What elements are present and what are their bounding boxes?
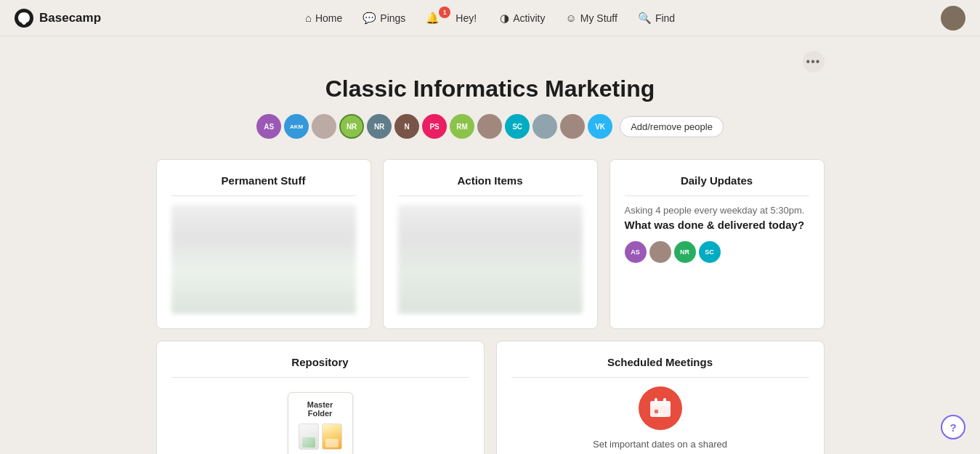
avatar-PS[interactable]: PS — [422, 114, 447, 139]
master-folder[interactable]: Master Folder — [288, 392, 353, 454]
avatar-RM[interactable]: RM — [450, 114, 474, 139]
meetings-description: Set important dates on a shared — [511, 439, 809, 450]
user-avatar[interactable] — [941, 6, 965, 31]
avatar-NR1[interactable]: NR — [339, 114, 364, 139]
du-avatar-SC[interactable]: SC — [699, 241, 721, 263]
nav-pings[interactable]: 💬 Pings — [354, 7, 414, 29]
navbar: Basecamp ⌂ Home 💬 Pings 🔔 1 Hey! ◑ Activ… — [0, 0, 980, 36]
avatar-N[interactable]: N — [394, 114, 419, 139]
avatar-AS[interactable]: AS — [256, 114, 281, 139]
permanent-stuff-content — [171, 205, 356, 314]
hey-icon: 🔔 — [426, 12, 440, 25]
du-avatar-photo[interactable] — [649, 241, 671, 263]
action-items-card: Action Items — [383, 159, 598, 329]
du-avatar-NR[interactable]: NR — [674, 241, 696, 263]
help-button[interactable]: ? — [941, 415, 965, 439]
mystuff-icon: ☺ — [565, 12, 576, 24]
nav-home[interactable]: ⌂ Home — [296, 7, 351, 28]
action-items-content — [398, 205, 583, 314]
action-items-title: Action Items — [398, 174, 583, 196]
avatar-photo3[interactable] — [532, 114, 557, 139]
daily-updates-avatars: AS NR SC — [625, 241, 809, 263]
repository-card: Repository Master Folder — [156, 341, 485, 454]
svg-text:31: 31 — [657, 412, 663, 418]
brand-name: Basecamp — [39, 11, 101, 25]
main-content: ••• Classic Informatics Marketing AS AKM… — [142, 36, 839, 454]
top-cards-grid: Permanent Stuff Action Items Daily Updat… — [156, 159, 825, 329]
permanent-stuff-card: Permanent Stuff — [156, 159, 371, 329]
daily-updates-title: Daily Updates — [625, 174, 809, 196]
hey-badge: 1 — [439, 7, 450, 18]
avatar-photo4[interactable] — [560, 114, 585, 139]
avatar-NR2[interactable]: NR — [367, 114, 392, 139]
bottom-cards-grid: Repository Master Folder Schedul — [156, 341, 825, 454]
meetings-icon: 31 — [639, 386, 682, 430]
svg-rect-3 — [655, 398, 657, 404]
avatar-VK[interactable]: VK — [588, 114, 612, 139]
svg-rect-2 — [650, 401, 671, 407]
calendar-icon: 31 — [649, 397, 672, 420]
daily-updates-question: What was done & delivered today? — [625, 219, 809, 231]
daily-updates-card: Daily Updates Asking 4 people every week… — [610, 159, 825, 329]
options-container: ••• — [156, 51, 825, 73]
folder-title: Master Folder — [299, 400, 342, 418]
team-avatars-row: AS AKM NR NR N PS RM SC VK Add/remove pe… — [156, 114, 825, 139]
repository-title: Repository — [171, 356, 469, 378]
pings-icon: 💬 — [363, 12, 376, 25]
activity-icon: ◑ — [500, 12, 509, 25]
avatar-SC[interactable]: SC — [505, 114, 530, 139]
svg-rect-4 — [663, 398, 666, 404]
avatar-AKM[interactable]: AKM — [284, 114, 309, 139]
nav-mystuff[interactable]: ☺ My Stuff — [556, 7, 625, 28]
permanent-stuff-title: Permanent Stuff — [171, 174, 356, 196]
file-2 — [322, 423, 342, 450]
project-title: Classic Informatics Marketing — [156, 76, 825, 102]
nav-links: ⌂ Home 💬 Pings 🔔 1 Hey! ◑ Activity ☺ My … — [296, 7, 684, 29]
nav-find[interactable]: 🔍 Find — [629, 7, 684, 29]
nav-activity[interactable]: ◑ Activity — [491, 7, 554, 29]
folder-files — [299, 423, 342, 450]
file-1 — [299, 423, 319, 450]
daily-updates-description: Asking 4 people every weekday at 5:30pm. — [625, 205, 809, 216]
avatar-photo2[interactable] — [477, 114, 502, 139]
du-avatar-AS[interactable]: AS — [625, 241, 647, 263]
meetings-icon-container: 31 — [511, 386, 809, 430]
scheduled-meetings-card: Scheduled Meetings 31 Set important date… — [496, 341, 825, 454]
scheduled-meetings-title: Scheduled Meetings — [511, 356, 809, 378]
find-icon: 🔍 — [638, 12, 652, 25]
add-remove-people-button[interactable]: Add/remove people — [620, 116, 724, 137]
repository-folder: Master Folder — [171, 386, 469, 454]
options-button[interactable]: ••• — [803, 51, 825, 73]
nav-hey[interactable]: 🔔 1 Hey! — [417, 7, 488, 29]
home-icon: ⌂ — [305, 12, 312, 24]
brand-logo[interactable]: Basecamp — [15, 9, 101, 28]
avatar-photo1[interactable] — [312, 114, 336, 139]
